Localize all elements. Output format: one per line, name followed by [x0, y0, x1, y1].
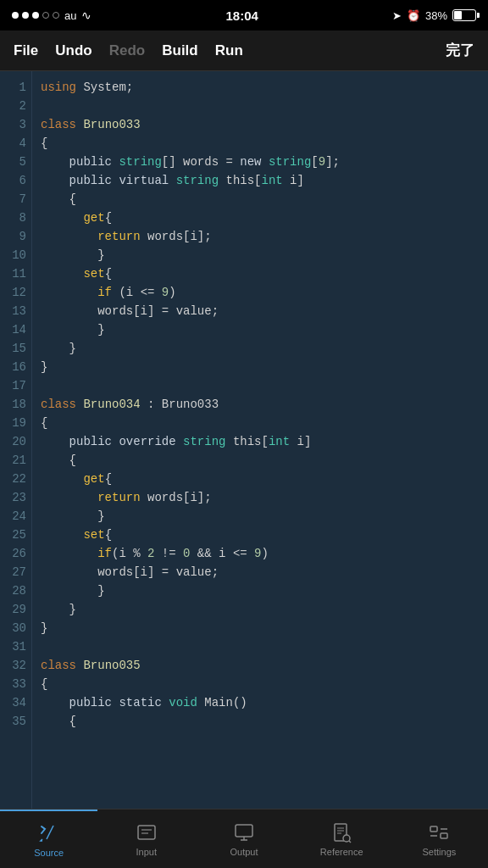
dot3 [32, 12, 39, 19]
line-number: 32 [0, 656, 31, 675]
code-line: public string[] words = new string[9]; [41, 153, 481, 171]
line-number: 21 [0, 451, 31, 470]
svg-line-0 [47, 826, 53, 839]
status-bar: au ∿ 18:04 ➤ ⏰ 38% [0, 0, 488, 31]
alarm-icon: ⏰ [407, 9, 420, 22]
status-time: 18:04 [226, 8, 258, 23]
tab-reference[interactable]: Reference [293, 810, 391, 868]
code-line: } [41, 619, 481, 637]
line-numbers: 1234567891011121314151617181920212223242… [0, 71, 32, 809]
line-number: 18 [0, 395, 31, 414]
battery-percent: 38% [425, 9, 447, 22]
menu-complete[interactable]: 完了 [446, 41, 474, 60]
line-number: 4 [0, 134, 31, 153]
svg-rect-14 [441, 833, 447, 838]
tab-settings-label: Settings [423, 847, 457, 857]
line-number: 2 [0, 97, 31, 115]
line-number: 27 [0, 563, 31, 581]
menu-bar: File Undo Redo Build Run 完了 [0, 31, 488, 71]
dot1 [12, 12, 19, 19]
svg-line-12 [349, 841, 351, 843]
line-number: 34 [0, 693, 31, 712]
line-number: 26 [0, 544, 31, 563]
code-line: class Bruno034 : Bruno033 [41, 395, 481, 414]
code-line: { [41, 712, 481, 731]
line-number: 17 [0, 376, 31, 395]
code-line: { [41, 675, 481, 693]
code-line: } [41, 320, 481, 339]
code-line: using System; [41, 78, 481, 97]
code-area: 1234567891011121314151617181920212223242… [0, 71, 488, 809]
tab-output-label: Output [230, 847, 258, 857]
line-number: 31 [0, 637, 31, 656]
tab-input-label: Input [136, 847, 157, 857]
code-line: } [41, 600, 481, 619]
code-line: class Bruno033 [41, 115, 481, 134]
tab-bar: Source Input Output Reference [0, 809, 488, 868]
tab-reference-label: Reference [320, 847, 363, 857]
code-line: public static void Main() [41, 693, 481, 712]
line-number: 11 [0, 264, 31, 283]
line-number: 30 [0, 619, 31, 637]
line-number: 13 [0, 302, 31, 320]
status-right: ➤ ⏰ 38% [392, 9, 476, 22]
tab-output[interactable]: Output [195, 810, 292, 868]
line-number: 33 [0, 675, 31, 693]
tab-input[interactable]: Input [97, 810, 195, 868]
line-number: 23 [0, 488, 31, 507]
code-line: } [41, 358, 481, 376]
line-number: 10 [0, 246, 31, 264]
location-icon: ➤ [392, 9, 402, 22]
line-number: 24 [0, 507, 31, 526]
code-line: set{ [41, 264, 481, 283]
dot5 [53, 12, 59, 19]
line-number: 8 [0, 209, 31, 227]
menu-undo[interactable]: Undo [55, 42, 92, 59]
code-line: if(i % 2 != 0 && i <= 9) [41, 544, 481, 563]
menu-run[interactable]: Run [215, 42, 243, 59]
code-line: } [41, 581, 481, 600]
line-number: 15 [0, 339, 31, 358]
code-line: words[i] = value; [41, 302, 481, 320]
line-number: 29 [0, 600, 31, 619]
svg-rect-4 [236, 825, 252, 837]
tab-source-label: Source [34, 848, 64, 858]
line-number: 25 [0, 526, 31, 544]
battery-fill [454, 11, 462, 19]
status-left: au ∿ [12, 8, 92, 23]
menu-items: File Undo Redo Build Run [14, 42, 446, 59]
code-line [41, 97, 481, 115]
carrier-label: au [64, 9, 76, 22]
code-line: if (i <= 9) [41, 283, 481, 302]
line-number: 22 [0, 470, 31, 488]
code-line: return words[i]; [41, 227, 481, 246]
dot2 [22, 12, 29, 19]
signal-dots [12, 12, 59, 19]
code-content[interactable]: using System; class Bruno033{ public str… [32, 71, 488, 809]
svg-rect-1 [138, 826, 155, 839]
menu-redo[interactable]: Redo [109, 42, 146, 59]
line-number: 9 [0, 227, 31, 246]
line-number: 1 [0, 78, 31, 97]
code-line: { [41, 414, 481, 432]
line-number: 6 [0, 171, 31, 190]
menu-file[interactable]: File [14, 42, 38, 59]
line-number: 7 [0, 190, 31, 209]
code-line: get{ [41, 470, 481, 488]
code-line: { [41, 451, 481, 470]
code-line: set{ [41, 526, 481, 544]
svg-rect-13 [430, 826, 437, 832]
line-number: 12 [0, 283, 31, 302]
line-number: 14 [0, 320, 31, 339]
menu-build[interactable]: Build [162, 42, 198, 59]
line-number: 19 [0, 414, 31, 432]
line-number: 5 [0, 153, 31, 171]
code-line: } [41, 246, 481, 264]
code-line [41, 637, 481, 656]
code-line: get{ [41, 209, 481, 227]
tab-settings[interactable]: Settings [391, 810, 488, 868]
line-number: 28 [0, 581, 31, 600]
tab-source[interactable]: Source [0, 810, 97, 868]
code-line: public override string this[int i] [41, 432, 481, 451]
battery-icon [452, 9, 476, 21]
